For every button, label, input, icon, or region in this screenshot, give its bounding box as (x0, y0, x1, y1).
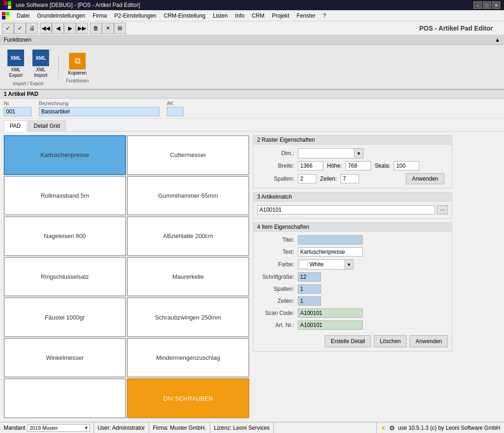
menu-datei[interactable]: Datei (13, 12, 33, 20)
xml-export-label: XMLExport (9, 67, 23, 78)
artikelmatch-input[interactable] (257, 205, 435, 214)
toolbar-check1[interactable]: ✓ (2, 23, 14, 34)
menu-crm-einstellung[interactable]: CRM-Einstellung (160, 12, 209, 20)
spalten-input[interactable] (298, 174, 316, 183)
skala-input[interactable] (394, 161, 419, 170)
tab-detail-grid[interactable]: Detail Grid (28, 120, 66, 131)
maximize-button[interactable]: □ (483, 1, 491, 9)
dim-dropdown-btn[interactable]: ▼ (354, 149, 363, 158)
toolbar-nav-next[interactable]: ▶ (64, 23, 76, 34)
version-status: ☀ ⚙ use 10.5.1.3 (c) by Leoni Software G… (376, 422, 504, 433)
ak-input[interactable] (167, 107, 183, 116)
menu-crm[interactable]: CRM (248, 12, 268, 20)
title-bar: use Software [DEBUG] - [POS - Artikel Pa… (0, 0, 504, 10)
menu-fenster[interactable]: Fenster (293, 12, 319, 20)
app-logo (4, 1, 11, 9)
mandant-value: 2019 Muster (28, 425, 83, 431)
menu-firma[interactable]: Firma (89, 12, 111, 20)
titel-input[interactable] (298, 235, 363, 245)
xml-export-button[interactable]: XML XMLExport (4, 48, 28, 80)
item-zeilen-label: Zeilen: (257, 298, 294, 304)
artnr-input[interactable] (298, 320, 363, 330)
menu-help[interactable]: ? (319, 12, 330, 20)
pad-cell-maurerkelle[interactable]: Maurerkelle (127, 257, 249, 297)
toolbar-nav-prev[interactable]: ◀ (52, 23, 64, 34)
pad-cell-winkelmesser[interactable]: Winkelmesser (4, 338, 126, 378)
breite-input[interactable] (298, 161, 323, 170)
status-bar: Mandant 2019 Muster ▼ User: Administrato… (0, 422, 504, 433)
toolbar-grid[interactable]: ⊞ (114, 23, 126, 34)
zeilen-label: Zeilen: (320, 176, 337, 182)
dim-dropdown[interactable]: ▼ (298, 148, 364, 158)
raster-anwenden-button[interactable]: Anwenden (406, 173, 444, 184)
pad-cell-nageleisen[interactable]: Nageleisen 800 (4, 216, 126, 256)
hoehe-input[interactable] (346, 161, 371, 170)
schriftgroesse-input[interactable] (298, 272, 321, 282)
menu-listen[interactable]: Listen (209, 12, 232, 20)
text-input[interactable] (298, 247, 363, 257)
spalten-label: Spalten: (257, 176, 294, 182)
nr-input[interactable] (4, 107, 32, 116)
toolbar-check2[interactable]: ✓ (14, 23, 26, 34)
raster-section: 2 Raster Eigenschaften Dim.: ▼ Breite: H… (253, 135, 452, 188)
kopieren-button[interactable]: ⧉ Kopieren (64, 51, 90, 77)
menu-projekt[interactable]: Projekt (268, 12, 293, 20)
sun-icon: ☀ (380, 424, 386, 432)
artikelmatch-browse-button[interactable]: ··· (437, 205, 448, 214)
toolbar-nav-last[interactable]: ▶▶ (76, 23, 88, 34)
scancode-input[interactable] (298, 308, 363, 318)
item-eigenschaften-title: 4 Item Eigenschaften (253, 223, 452, 232)
loeschen-button[interactable]: Löschen (374, 335, 407, 347)
artikel-pad-section-label: 1 Artikel PAD (4, 91, 38, 97)
toolbar-print[interactable]: 🖨 (26, 23, 38, 34)
toolbar-cancel[interactable]: ✕ (102, 23, 114, 34)
item-zeilen-input[interactable] (298, 296, 321, 306)
artikelmatch-section: 3 Artikelmatch ··· (253, 192, 452, 219)
pad-cell-schraubzwingen[interactable]: Schraubzwingen 250mm (127, 297, 249, 337)
settings-icon: ⚙ (389, 424, 395, 432)
mandant-dropdown-btn[interactable]: ▼ (83, 426, 89, 430)
functions-panel: Funktionen ▲ XML XMLExport XML XMLImport… (0, 35, 504, 90)
skala-label: Skala: (375, 163, 390, 169)
title-bar-text: use Software [DEBUG] - [POS - Artikel Pa… (16, 2, 140, 8)
pad-cell-faeustel[interactable]: Fäustel 1000gr (4, 297, 126, 337)
minimize-button[interactable]: – (473, 1, 482, 9)
farbe-label: Farbe: (257, 261, 294, 268)
bottom-buttons: Erstelle Detail Löschen Anwenden (253, 333, 452, 351)
pad-cell-div-schrauben[interactable]: DIV SCHRAUBEN (127, 378, 249, 418)
menu-info[interactable]: Info (232, 12, 248, 20)
dim-input[interactable] (298, 149, 354, 157)
pad-cell-ringschluessel[interactable]: Ringschlüsselsatz (4, 257, 126, 297)
pad-cell-kartuschenpresse[interactable]: Kartuschenpresse (4, 135, 126, 175)
item-spalten-input[interactable] (298, 284, 321, 294)
pad-cell-empty[interactable] (4, 378, 126, 418)
schriftgroesse-label: Schriftgröße: (257, 274, 294, 280)
hoehe-label: Höhe: (327, 163, 342, 169)
menu-p2einstellungen[interactable]: P2-Einstellungen (111, 12, 160, 20)
tab-pad[interactable]: PAD (4, 120, 27, 132)
kopieren-icon: ⧉ (69, 53, 86, 69)
pad-cell-mindermengenzuschlag[interactable]: Mindermengenzuschlag (127, 338, 249, 378)
pad-cell-rollmassband[interactable]: Rollmassband 5m (4, 176, 126, 216)
toolbar-nav-first[interactable]: ◀◀ (40, 23, 52, 34)
menu-bar: Datei Grundeinstellungen Firma P2-Einste… (0, 10, 504, 21)
xml-import-button[interactable]: XML XMLImport (29, 48, 53, 80)
right-panel: 2 Raster Eigenschaften Dim.: ▼ Breite: H… (253, 135, 452, 418)
dim-label: Dim.: (257, 150, 294, 157)
menu-grundeinstellungen[interactable]: Grundeinstellungen (33, 12, 89, 20)
close-button[interactable]: ✕ (492, 1, 500, 9)
pad-cell-abziehlatte[interactable]: ABziehlatte 200cm (127, 216, 249, 256)
pad-cell-gummihammer[interactable]: Gummihammer 65mm (127, 176, 249, 216)
bez-input[interactable] (39, 107, 159, 116)
pad-cell-cuttermesser[interactable]: Cuttermesser (127, 135, 249, 175)
item-anwenden-button[interactable]: Anwenden (410, 335, 448, 347)
toolbar-delete[interactable]: 🗑 (90, 23, 102, 34)
erstelle-detail-button[interactable]: Erstelle Detail (325, 335, 371, 347)
collapse-icon[interactable]: ▲ (495, 37, 500, 43)
farbe-dropdown-btn[interactable]: ▼ (345, 260, 353, 269)
mandant-dropdown[interactable]: 2019 Muster ▼ (27, 424, 90, 432)
farbe-select-wrapper[interactable]: White ▼ (298, 259, 353, 270)
artnr-label: Art. Nr.: (257, 322, 294, 328)
zeilen-input[interactable] (340, 174, 359, 183)
xml-import-icon: XML (32, 50, 49, 66)
